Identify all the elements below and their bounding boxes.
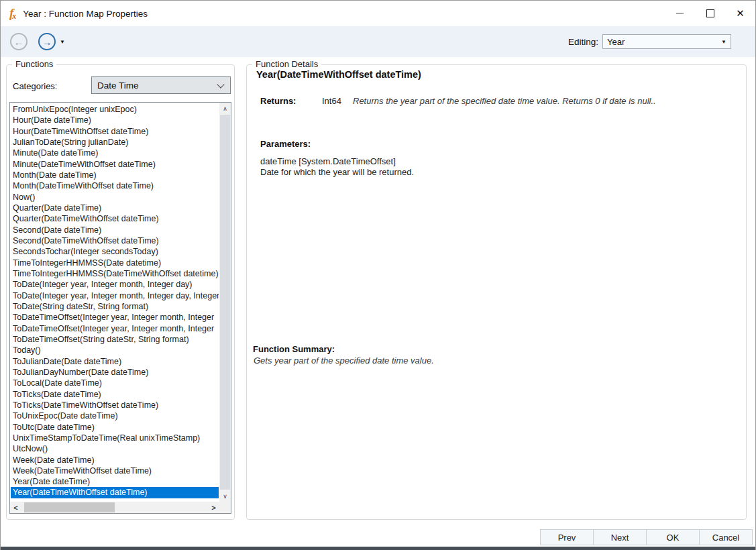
horizontal-scrollbar[interactable]: < > (10, 502, 219, 513)
next-button[interactable]: Next (593, 529, 647, 545)
close-button[interactable]: ✕ (725, 1, 755, 26)
list-item[interactable]: TimeToIntegerHHMMSS(DateTimeWithOffset d… (11, 268, 219, 279)
list-item[interactable]: Minute(DateTimeWithOffset dateTime) (11, 159, 219, 170)
vertical-scrollbar-thumb[interactable] (220, 115, 230, 490)
fx-app-icon: fx (9, 6, 16, 21)
functions-legend: Functions (12, 59, 56, 69)
forward-dropdown-caret[interactable]: ▼ (60, 39, 65, 45)
categories-dropdown-value: Date Time (97, 80, 139, 91)
window-bottom-edge (1, 547, 755, 550)
parameters-label: Parameters: (260, 139, 311, 149)
forward-button[interactable]: → (38, 33, 56, 50)
list-item[interactable]: JulianToDate(String julianDate) (11, 137, 219, 148)
list-item[interactable]: Now() (11, 192, 219, 203)
list-item[interactable]: ToUnixEpoc(Date dateTime) (11, 410, 219, 421)
list-item[interactable]: Second(Date dateTime) (11, 225, 219, 235)
list-item[interactable]: ToDate(Integer year, Integer month, Inte… (11, 290, 219, 301)
function-listbox[interactable]: FromUnixEpoc(Integer unixEpoc)Hour(Date … (9, 102, 231, 514)
scroll-up-icon[interactable]: ∧ (219, 103, 231, 114)
scroll-down-icon[interactable]: ∨ (219, 490, 231, 502)
chevron-down-icon (217, 80, 224, 88)
list-item[interactable]: ToDateTimeOffset(Integer year, Integer m… (11, 323, 219, 334)
vertical-scrollbar[interactable]: ∧ ∨ (219, 103, 231, 502)
list-item[interactable]: ToTicks(Date dateTime) (11, 389, 219, 400)
list-item[interactable]: Quarter(Date dateTime) (11, 203, 219, 213)
list-item[interactable]: Today() (11, 345, 219, 355)
dialog-window: fx Year : Function Map Properties ✕ ← → … (0, 0, 756, 550)
returns-type: Int64 (322, 96, 341, 106)
maximize-button[interactable] (695, 1, 725, 26)
navigation-toolbar: ← → ▼ Editing: Year ▼ (1, 26, 755, 57)
list-item[interactable]: Month(DateTimeWithOffset dateTime) (11, 180, 219, 191)
list-item[interactable]: ToDate(String dateStr, String format) (11, 301, 219, 312)
function-summary-label: Function Summary: (253, 344, 335, 354)
categories-dropdown[interactable]: Date Time (91, 76, 231, 94)
parameter-type: dateTime [System.DateTimeOffset] (260, 156, 396, 166)
parameter-description: Date for which the year will be returned… (260, 167, 414, 177)
editing-group: Editing: Year ▼ (568, 34, 731, 49)
close-icon: ✕ (736, 7, 745, 19)
list-item[interactable]: ToJulianDate(Date dateTime) (11, 356, 219, 367)
ok-button[interactable]: OK (646, 529, 700, 545)
list-item[interactable]: ToUtc(Date dateTime) (11, 422, 219, 433)
back-button[interactable]: ← (10, 33, 28, 50)
function-details-groupbox: Function Details Year(DateTimeWithOffset… (246, 64, 747, 520)
list-item[interactable]: Minute(Date dateTime) (11, 148, 219, 158)
list-item[interactable]: ToDateTimeOffset(String dateStr, String … (11, 334, 219, 345)
list-item[interactable]: Hour(DateTimeWithOffset dateTime) (11, 126, 219, 137)
cancel-button[interactable]: Cancel (699, 529, 753, 545)
list-item[interactable]: ToDate(Integer year, Integer month, Inte… (11, 279, 219, 290)
list-item[interactable]: FromUnixEpoc(Integer unixEpoc) (11, 104, 219, 115)
list-item[interactable]: ToLocal(Date dateTime) (11, 378, 219, 388)
scroll-right-icon[interactable]: > (208, 502, 219, 513)
list-item[interactable]: Week(DateTimeWithOffset dateTime) (11, 465, 219, 476)
window-controls: ✕ (665, 1, 755, 26)
scrollbar-corner (219, 502, 231, 513)
function-list: FromUnixEpoc(Integer unixEpoc)Hour(Date … (11, 103, 219, 501)
list-item[interactable]: Quarter(DateTimeWithOffset dateTime) (11, 213, 219, 224)
dialog-content: Functions Categories: Date Time FromUnix… (1, 57, 755, 547)
function-details-legend: Function Details (252, 59, 321, 69)
window-title: Year : Function Map Properties (23, 9, 148, 19)
returns-label: Returns: (260, 96, 296, 106)
function-signature: Year(DateTimeWithOffset dateTime) (256, 69, 421, 80)
returns-description: Returns the year part of the specified d… (353, 96, 656, 106)
list-item[interactable]: Week(Date dateTime) (11, 455, 219, 465)
back-arrow-icon: ← (14, 36, 24, 48)
horizontal-scrollbar-thumb[interactable] (24, 502, 115, 512)
list-item[interactable]: TimeToIntegerHHMMSS(Date datetime) (11, 258, 219, 268)
title-bar: fx Year : Function Map Properties ✕ (1, 1, 755, 26)
list-item[interactable]: ToJulianDayNumber(Date dateTime) (11, 367, 219, 378)
list-item[interactable]: Year(Date dateTime) (11, 476, 219, 487)
list-item[interactable]: UtcNow() (11, 443, 219, 454)
editing-dropdown[interactable]: Year ▼ (602, 34, 731, 49)
forward-arrow-icon: → (42, 36, 52, 48)
editing-label: Editing: (568, 37, 598, 47)
list-item[interactable]: ToTicks(DateTimeWithOffset dateTime) (11, 400, 219, 410)
minimize-button[interactable] (665, 1, 695, 26)
prev-button[interactable]: Prev (540, 529, 594, 545)
list-item[interactable]: Month(Date dateTime) (11, 170, 219, 180)
maximize-icon (706, 9, 714, 17)
categories-label: Categories: (13, 81, 57, 91)
list-item[interactable]: SecondsTochar(Integer secondsToday) (11, 246, 219, 257)
chevron-down-icon: ▼ (721, 39, 726, 45)
list-item[interactable]: UnixTimeStampToDateTime(Real unixTimeSta… (11, 433, 219, 443)
editing-dropdown-value: Year (607, 37, 625, 47)
functions-groupbox: Functions Categories: Date Time FromUnix… (6, 64, 235, 520)
function-summary-text: Gets year part of the specified date tim… (254, 355, 434, 366)
list-item[interactable]: Year(DateTimeWithOffset dateTime) (11, 487, 219, 498)
list-item[interactable]: ToDateTimeOffset(Integer year, Integer m… (11, 312, 219, 323)
footer-button-bar: Prev Next OK Cancel (541, 529, 753, 545)
list-item[interactable]: Second(DateTimeWithOffset dateTime) (11, 235, 219, 246)
list-item[interactable]: Hour(Date dateTime) (11, 115, 219, 125)
minimize-icon (676, 13, 684, 14)
scroll-left-icon[interactable]: < (10, 502, 21, 513)
